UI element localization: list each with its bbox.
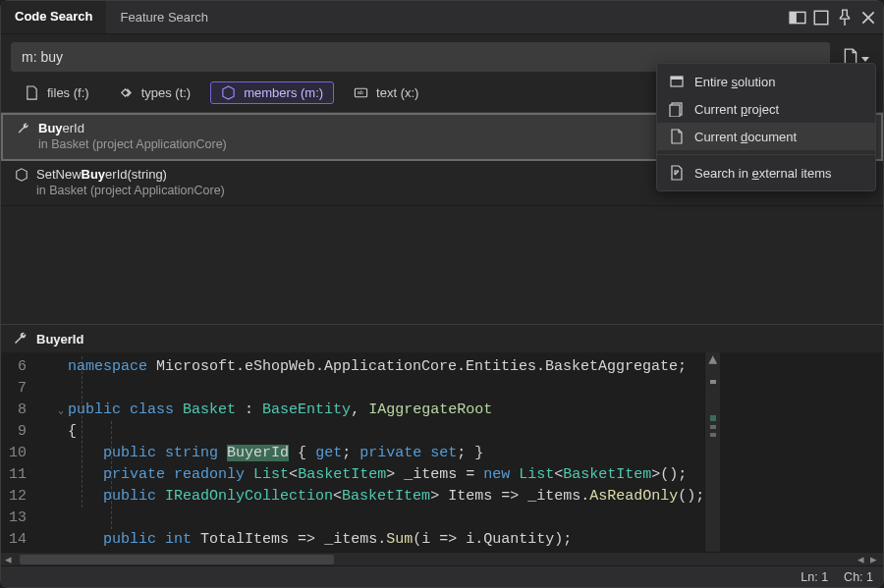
filter-members[interactable]: members (m:) (210, 81, 334, 104)
file-icon (25, 85, 39, 100)
dropdown-item-current-project[interactable]: Current project (657, 95, 875, 123)
svg-rect-6 (671, 77, 683, 80)
status-column: Ch: 1 (844, 570, 873, 584)
members-icon (221, 85, 236, 100)
code-body: namespace Microsoft.eShopWeb.Application… (40, 352, 704, 552)
tab-feature-search[interactable]: Feature Search (106, 1, 222, 33)
dock-icon[interactable] (812, 9, 830, 27)
panel-split-icon[interactable] (789, 9, 806, 27)
svg-rect-2 (814, 11, 828, 25)
external-icon (669, 165, 685, 181)
scope-dropdown-menu: Entire solution Current project Current … (656, 63, 876, 191)
method-icon (15, 168, 28, 182)
project-icon (669, 101, 685, 117)
wrench-icon (13, 331, 28, 347)
dropdown-item-current-document[interactable]: Current document (657, 123, 875, 150)
svg-rect-1 (790, 12, 797, 23)
filter-text[interactable]: ab text (x:) (344, 82, 428, 103)
solution-icon (669, 74, 685, 89)
wrench-icon (17, 122, 30, 135)
dropdown-item-external-items[interactable]: Search in external items (657, 159, 875, 187)
titlebar: Code Search Feature Search (1, 1, 883, 34)
preview-header: BuyerId (1, 325, 883, 352)
svg-rect-8 (670, 105, 680, 117)
status-line: Ln: 1 (801, 570, 828, 584)
result-title: BuyerId (38, 121, 84, 135)
document-icon (669, 129, 685, 144)
vertical-scrollbar[interactable]: ▲ (704, 352, 720, 552)
preview-title: BuyerId (36, 332, 83, 347)
text-icon: ab (354, 85, 368, 100)
code-editor[interactable]: 6 7 8 9 10 11 12 13 14 ⌄ namespace Micro… (1, 352, 883, 552)
line-number-gutter: 6 7 8 9 10 11 12 13 14 (1, 352, 40, 552)
filter-files[interactable]: files (f:) (15, 82, 99, 103)
status-bar: Ln: 1 Ch: 1 (1, 565, 883, 587)
preview-pane: BuyerId 6 7 8 9 10 11 12 13 14 ⌄ namespa… (1, 324, 883, 565)
tab-code-search[interactable]: Code Search (1, 1, 106, 33)
close-icon[interactable] (859, 9, 877, 27)
svg-text:ab: ab (358, 89, 363, 95)
dropdown-item-entire-solution[interactable]: Entire solution (657, 68, 875, 95)
horizontal-scrollbar[interactable]: ◂ ◂▸ (1, 552, 883, 565)
filter-types[interactable]: types (t:) (109, 82, 201, 103)
result-title: SetNewBuyerId(string) (36, 167, 167, 182)
pin-icon[interactable] (836, 9, 854, 27)
dropdown-separator (657, 154, 875, 155)
types-icon (119, 85, 134, 100)
